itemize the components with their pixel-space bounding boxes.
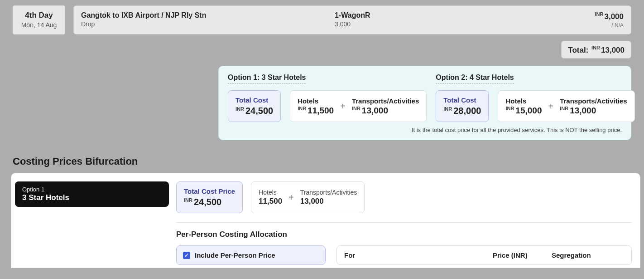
option-2-column: Option 2: 4 Star Hotels Total Cost INR28… [436, 73, 634, 122]
include-per-person-toggle[interactable]: ✓ Include Per-Person Price [176, 245, 326, 265]
option-2-hotels-label: Hotels [505, 97, 542, 105]
option-1-total-value: 24,500 [245, 106, 273, 116]
currency-label: INR [443, 106, 452, 112]
grand-total-value: 13,000 [601, 45, 625, 54]
option-1-transports-label: Transports/Activities [352, 97, 419, 105]
checkbox-checked-icon: ✓ [183, 252, 190, 259]
currency-label: INR [591, 45, 600, 50]
option-1-column: Option 1: 3 Star Hotels Total Cost INR24… [228, 73, 427, 122]
bifur-breakdown-box: Hotels 11,500 + Transports/Activities 13… [251, 181, 365, 213]
include-label: Include Per-Person Price [195, 251, 275, 259]
currency-label: INR [595, 11, 604, 17]
total-cost-price-box: Total Cost Price INR24,500 [176, 181, 243, 213]
currency-label: INR [560, 106, 568, 111]
bifur-transports-label: Transports/Activities [300, 189, 357, 196]
currency-label: INR [184, 197, 192, 203]
bifurcation-title: Costing Prices Bifurcation [13, 156, 644, 167]
th-price: Price (INR) [493, 251, 552, 259]
trip-price-value: 3,000 [604, 12, 624, 21]
option-2-total-value: 28,000 [453, 106, 481, 116]
route-sub: Drop [81, 20, 335, 28]
option-2-hotels-value: 15,000 [515, 106, 542, 115]
bifur-hotels-value: 11,500 [259, 197, 282, 206]
currency-label: INR [298, 106, 306, 111]
currency-label: INR [235, 106, 244, 112]
option-2-total-label: Total Cost [443, 96, 481, 104]
option-2-transports-value: 13,000 [570, 106, 596, 115]
ppca-title: Per-Person Costing Allocation [176, 230, 632, 239]
tcp-value: 24,500 [194, 197, 221, 207]
option-2-total-cost-box[interactable]: Total Cost INR28,000 [436, 90, 489, 122]
grand-total-label: Total: [568, 45, 588, 54]
day-badge: 4th Day Mon, 14 Aug [13, 5, 65, 34]
trip-price: INR3,000 [595, 11, 624, 21]
option-tab-main: 3 Star Hotels [22, 193, 162, 202]
th-segregation: Segregation [552, 251, 624, 259]
plus-icon: + [340, 101, 346, 112]
trip-per: / N/A [595, 22, 624, 29]
option-1-transports-value: 13,000 [362, 106, 388, 115]
currency-label: INR [352, 106, 360, 111]
options-panel: Option 1: 3 Star Hotels Total Cost INR24… [218, 66, 631, 140]
option-1-total-label: Total Cost [235, 96, 273, 104]
route-title: Gangtok to IXB Airport / NJP Rly Stn [81, 11, 335, 20]
options-note: It is the total cost price for all the p… [228, 127, 622, 133]
option-1-total-cost-box[interactable]: Total Cost INR24,500 [228, 90, 281, 122]
day-row: 4th Day Mon, 14 Aug Gangtok to IXB Airpo… [13, 5, 631, 34]
option-1-hotels-value: 11,500 [308, 106, 334, 115]
plus-icon: + [288, 192, 294, 203]
option-2-title: Option 2: 4 Star Hotels [436, 73, 514, 84]
bifurcation-panel: Option 1 3 Star Hotels Total Cost Price … [11, 173, 640, 268]
tcp-label: Total Cost Price [184, 187, 235, 195]
option-2-transports-label: Transports/Activities [560, 97, 627, 105]
currency-label: INR [505, 106, 514, 111]
option-1-title: Option 1: 3 Star Hotels [228, 73, 306, 84]
ppca-table: For Price (INR) Segregation [336, 245, 632, 265]
day-title: 4th Day [19, 11, 58, 20]
vehicle-price: 3,000 [335, 20, 595, 28]
day-date: Mon, 14 Aug [19, 21, 58, 29]
th-for: For [344, 251, 493, 259]
option-2-breakdown-box: Hotels INR15,000 + Transports/Activities… [498, 90, 634, 122]
plus-icon: + [548, 101, 553, 112]
option-tab-sup: Option 1 [22, 186, 162, 193]
option-1-breakdown-box: Hotels INR11,500 + Transports/Activities… [290, 90, 427, 122]
bifur-hotels-label: Hotels [259, 189, 282, 196]
option-1-tab[interactable]: Option 1 3 Star Hotels [15, 181, 169, 207]
grand-total-pill: Total: INR13,000 [561, 41, 631, 59]
trip-card[interactable]: Gangtok to IXB Airport / NJP Rly Stn Dro… [73, 5, 631, 34]
divider [176, 222, 632, 223]
option-1-hotels-label: Hotels [298, 97, 334, 105]
vehicle-title: 1-WagonR [335, 11, 595, 20]
bifur-transports-value: 13,000 [300, 197, 357, 206]
